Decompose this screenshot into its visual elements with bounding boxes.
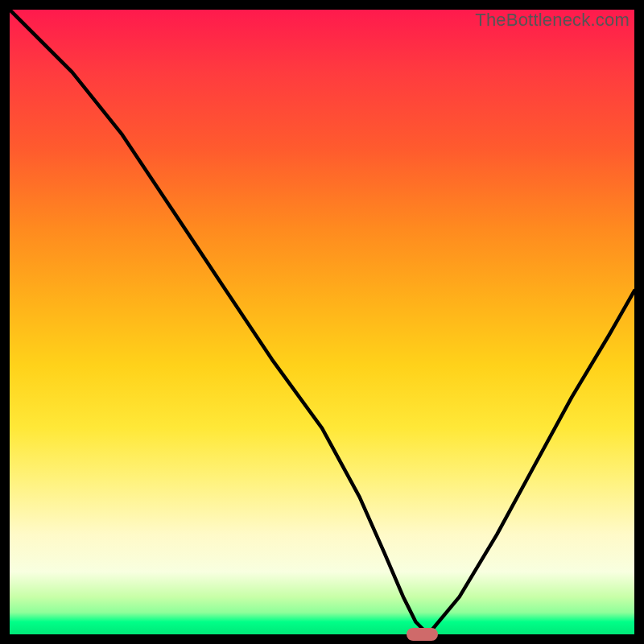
bottleneck-curve — [10, 10, 634, 634]
chart-frame: TheBottleneck.com — [0, 0, 644, 644]
chart-plot-area: TheBottleneck.com — [10, 10, 634, 634]
optimal-marker — [407, 628, 438, 641]
curve-path — [10, 10, 634, 634]
